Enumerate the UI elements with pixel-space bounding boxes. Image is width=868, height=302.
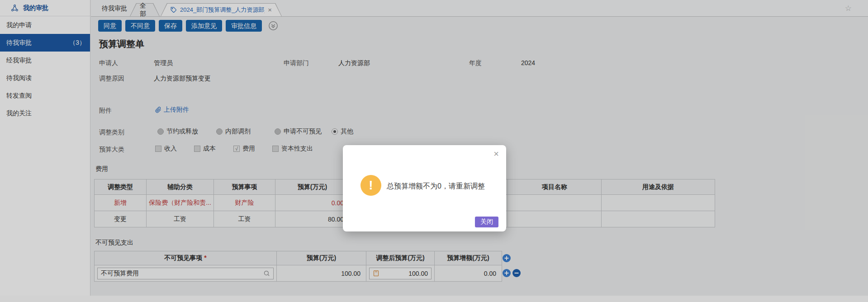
dialog-message: 总预算增额不为0，请重新调整: [387, 182, 485, 191]
dialog-close-icon[interactable]: ×: [493, 149, 499, 159]
dialog-close-button[interactable]: 关闭: [475, 217, 498, 227]
warning-dialog: × ! 总预算增额不为0，请重新调整 关闭: [343, 145, 506, 231]
warning-icon: !: [360, 175, 381, 196]
